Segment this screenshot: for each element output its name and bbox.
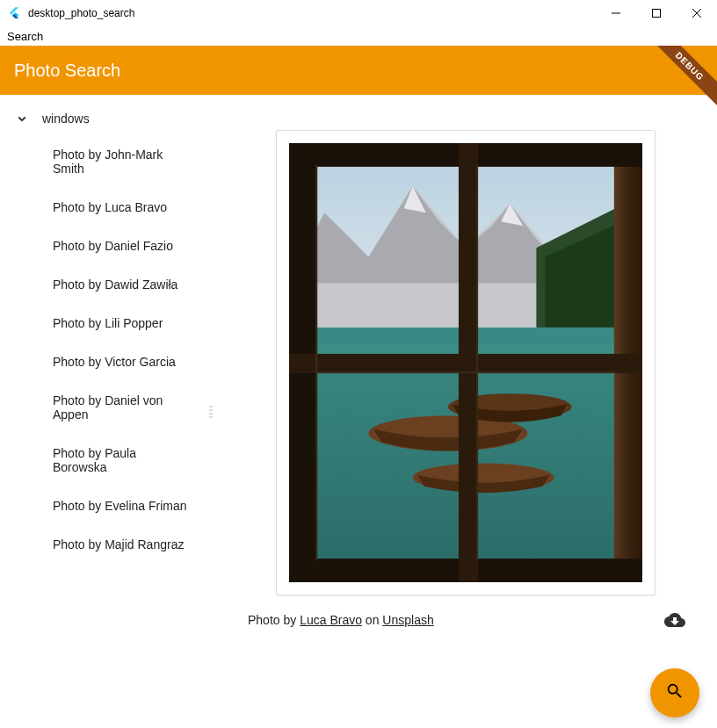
sidebar-item[interactable]: Photo by Dawid Zawiła — [0, 265, 207, 304]
sidebar-item[interactable]: Photo by Evelina Friman — [0, 487, 207, 525]
caption-row: Photo by Luca Bravo on Unsplash — [246, 609, 685, 631]
window-controls — [596, 0, 717, 26]
cloud-download-icon[interactable] — [664, 609, 685, 631]
photo-image — [289, 143, 642, 582]
close-button[interactable] — [677, 0, 717, 26]
svg-rect-17 — [476, 165, 478, 560]
flutter-icon — [7, 6, 21, 20]
svg-rect-0 — [653, 10, 661, 18]
title-bar: desktop_photo_search — [0, 0, 717, 26]
content: windows Photo by John-Mark Smith Photo b… — [0, 95, 717, 728]
svg-rect-15 — [289, 354, 642, 373]
svg-rect-16 — [315, 165, 317, 560]
splitter-handle[interactable] — [207, 95, 214, 728]
menu-bar: Search — [0, 26, 717, 46]
sidebar: windows Photo by John-Mark Smith Photo b… — [0, 95, 207, 728]
photo-caption: Photo by Luca Bravo on Unsplash — [248, 609, 434, 631]
sidebar-item[interactable]: Photo by Majid Rangraz — [0, 525, 207, 564]
author-link[interactable]: Luca Bravo — [300, 613, 362, 627]
photo-card — [276, 130, 655, 595]
sidebar-item[interactable]: Photo by Victor Garcia — [0, 342, 207, 381]
tree-header[interactable]: windows — [0, 102, 207, 135]
caption-mid: on — [362, 613, 382, 627]
tree-query-label: windows — [42, 112, 90, 126]
window-title: desktop_photo_search — [28, 7, 134, 19]
maximize-button[interactable] — [636, 0, 677, 26]
app-bar: Photo Search DEBUG — [0, 46, 717, 95]
svg-rect-18 — [315, 371, 616, 373]
main-panel: Photo by Luca Bravo on Unsplash — [214, 95, 717, 728]
caption-prefix: Photo by — [248, 613, 300, 627]
chevron-down-icon — [14, 111, 30, 126]
search-icon — [665, 681, 684, 704]
sidebar-item[interactable]: Photo by Daniel Fazio — [0, 227, 207, 265]
minimize-button[interactable] — [596, 0, 636, 26]
sidebar-item[interactable]: Photo by John-Mark Smith — [0, 135, 207, 188]
sidebar-item[interactable]: Photo by Lili Popper — [0, 304, 207, 342]
search-fab[interactable] — [650, 668, 699, 717]
app-title: Photo Search — [14, 61, 120, 81]
menu-search[interactable]: Search — [7, 30, 43, 43]
source-link[interactable]: Unsplash — [382, 613, 433, 627]
sidebar-item[interactable]: Photo by Luca Bravo — [0, 188, 207, 227]
sidebar-item[interactable]: Photo by Daniel von Appen — [0, 381, 207, 434]
sidebar-item[interactable]: Photo by Paula Borowska — [0, 434, 207, 487]
